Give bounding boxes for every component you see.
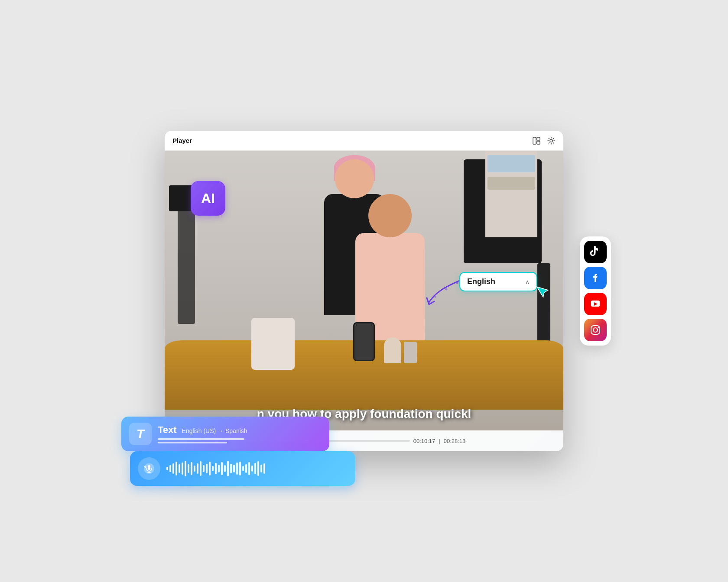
timestamp-separator: |: [439, 438, 440, 444]
wave-bar: [172, 463, 174, 474]
wave-bar: [260, 465, 262, 472]
wave-bar: [215, 463, 217, 474]
svg-point-11: [598, 327, 599, 328]
text-card-content: Text English (US) → Spanish: [158, 424, 247, 443]
shelf-item-2: [488, 177, 535, 190]
svg-rect-2: [537, 141, 540, 144]
social-sidebar: [580, 236, 611, 346]
product-bottle: [384, 337, 401, 363]
social-youtube-button[interactable]: [584, 293, 607, 315]
tripod-left: [178, 194, 195, 324]
audio-icon-box: [138, 457, 160, 480]
svg-rect-0: [533, 137, 536, 144]
text-line-1: [158, 438, 244, 440]
chair: [251, 318, 295, 370]
text-translation-card: T Text English (US) → Spanish: [121, 417, 329, 451]
wave-bar: [212, 466, 214, 471]
wave-bar: [233, 465, 235, 472]
wave-bar: [185, 461, 186, 476]
wave-bar: [194, 466, 195, 472]
chevron-up-icon[interactable]: ∧: [525, 278, 530, 285]
audio-card: [130, 451, 355, 486]
ai-badge-text: AI: [201, 191, 215, 207]
wave-bar: [166, 467, 168, 470]
language-dropdown[interactable]: English ∧: [459, 272, 537, 291]
social-instagram-button[interactable]: [584, 319, 607, 341]
svg-point-5: [445, 288, 448, 291]
svg-point-4: [456, 281, 458, 284]
wave-bar: [218, 465, 220, 472]
social-facebook-button[interactable]: [584, 267, 607, 289]
player-window: Player: [165, 131, 563, 451]
wave-bar: [179, 464, 180, 473]
title-bar: Player: [165, 131, 563, 151]
svg-rect-1: [537, 137, 540, 140]
wave-bar: [221, 462, 223, 475]
layout-icon[interactable]: [532, 136, 541, 145]
wave-bar: [209, 462, 211, 475]
man-head: [368, 194, 412, 237]
wave-bar: [191, 462, 192, 475]
phone-screen: [354, 323, 374, 360]
wave-bar: [197, 463, 198, 474]
wave-bar: [245, 464, 247, 473]
wave-bar: [236, 462, 238, 475]
product-2: [404, 342, 417, 363]
phone-on-stand: [353, 322, 375, 361]
wave-bar: [182, 462, 183, 475]
wave-bar: [239, 462, 241, 475]
shelving: [485, 151, 537, 237]
wave-bar: [257, 461, 259, 476]
svg-point-3: [550, 139, 552, 142]
text-line-2: [158, 442, 227, 443]
wave-bar: [203, 465, 205, 472]
wave-bar: [176, 462, 177, 475]
ai-badge: AI: [191, 181, 225, 216]
video-area: AI n you how to apply foundation quickl …: [165, 151, 563, 451]
woman-head: [335, 159, 374, 198]
wave-bar: [242, 466, 244, 471]
timestamp-total: 00:28:18: [444, 438, 466, 444]
wave-bar: [200, 461, 202, 476]
tripod-right: [537, 263, 550, 350]
timestamp-current: 00:10:17: [413, 438, 436, 444]
waveform: [166, 460, 265, 477]
text-icon-box: T: [129, 423, 152, 445]
text-lines: [158, 438, 247, 443]
settings-icon[interactable]: [547, 136, 556, 145]
wave-bar: [169, 465, 171, 472]
wave-bar: [254, 463, 256, 474]
language-selected: English: [467, 277, 495, 286]
wave-bar: [263, 463, 265, 474]
wave-bar: [251, 466, 253, 472]
social-tiktok-button[interactable]: [584, 241, 607, 263]
microphone-icon: [143, 462, 155, 475]
scene-wrapper: Player: [147, 53, 581, 529]
wave-bar: [227, 461, 229, 476]
shelf-item-1: [488, 155, 535, 172]
title-bar-icons: [532, 136, 556, 145]
wave-bar: [188, 464, 189, 473]
text-card-sublabel: English (US) → Spanish: [182, 427, 247, 434]
svg-point-6: [435, 296, 436, 298]
wave-bar: [230, 464, 232, 473]
text-card-label: Text: [158, 424, 177, 436]
wave-bar: [206, 464, 208, 473]
wave-bar: [248, 462, 250, 475]
wave-bar: [224, 465, 226, 472]
window-title: Player: [172, 137, 192, 144]
text-t-icon: T: [136, 427, 144, 441]
svg-point-10: [593, 328, 598, 332]
